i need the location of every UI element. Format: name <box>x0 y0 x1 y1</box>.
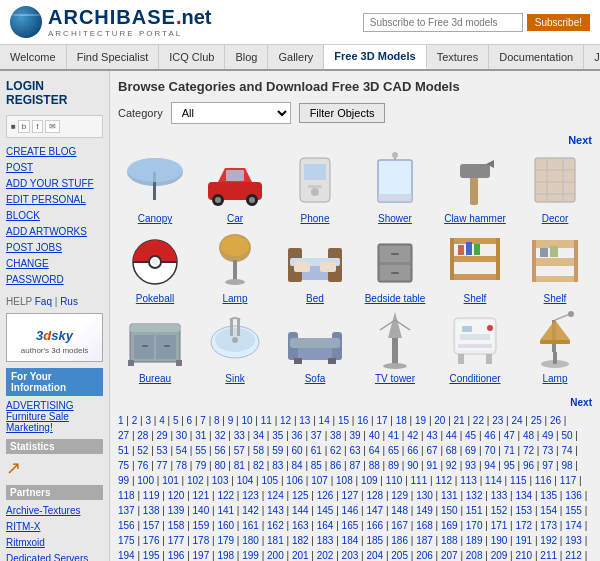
page-link[interactable]: 168 <box>416 520 433 531</box>
nav-welcome[interactable]: Welcome <box>0 45 67 69</box>
page-link[interactable]: 75 <box>118 460 129 471</box>
page-link[interactable]: 58 <box>253 445 264 456</box>
model-item-sofa[interactable]: Sofa <box>278 310 352 384</box>
page-link[interactable]: 3 <box>145 415 151 426</box>
page-link[interactable]: 129 <box>391 490 408 501</box>
model-item-pokeball[interactable]: Pokeball <box>118 230 192 304</box>
page-link[interactable]: 38 <box>330 430 341 441</box>
nav-icq-club[interactable]: ICQ Club <box>159 45 225 69</box>
page-link[interactable]: 181 <box>267 535 284 546</box>
page-link[interactable]: 53 <box>157 445 168 456</box>
page-link[interactable]: 94 <box>484 460 495 471</box>
page-link[interactable]: 54 <box>176 445 187 456</box>
page-link[interactable]: 182 <box>292 535 309 546</box>
page-link[interactable]: 55 <box>195 445 206 456</box>
page-link[interactable]: 208 <box>466 550 483 561</box>
model-item-decor[interactable]: Decor <box>518 150 592 224</box>
page-link[interactable]: 127 <box>342 490 359 501</box>
page-link[interactable]: 100 <box>137 475 154 486</box>
add-your-stuff-link[interactable]: ADD YOUR STUFF <box>6 176 103 192</box>
page-link[interactable]: 91 <box>427 460 438 471</box>
page-link[interactable]: 72 <box>523 445 534 456</box>
page-link[interactable]: 185 <box>366 535 383 546</box>
page-link[interactable]: 199 <box>242 550 259 561</box>
login-link[interactable]: LOGIN <box>6 79 44 93</box>
filter-objects-button[interactable]: Filter Objects <box>299 103 386 123</box>
page-link[interactable]: 205 <box>391 550 408 561</box>
model-item-canopy[interactable]: Canopy <box>118 150 192 224</box>
page-link[interactable]: 118 <box>118 490 135 501</box>
model-item-lamp[interactable]: Lamp <box>198 230 272 304</box>
page-link[interactable]: 209 <box>491 550 508 561</box>
register-link[interactable]: REGISTER <box>6 93 67 107</box>
page-link[interactable]: 138 <box>143 505 160 516</box>
page-link[interactable]: 148 <box>391 505 408 516</box>
page-link[interactable]: 62 <box>330 445 341 456</box>
page-link[interactable]: 22 <box>473 415 484 426</box>
page-link[interactable]: 155 <box>565 505 582 516</box>
page-link[interactable]: 4 <box>159 415 165 426</box>
page-link[interactable]: 32 <box>214 430 225 441</box>
page-link[interactable]: 116 <box>535 475 552 486</box>
page-link[interactable]: 190 <box>491 535 508 546</box>
page-link[interactable]: 156 <box>118 520 135 531</box>
page-link[interactable]: 73 <box>542 445 553 456</box>
create-blog-post-link[interactable]: CREATE BLOG POST <box>6 144 103 176</box>
page-link[interactable]: 9 <box>228 415 234 426</box>
page-link[interactable]: 133 <box>491 490 508 501</box>
page-link[interactable]: 12 <box>280 415 291 426</box>
model-item-sink[interactable]: Sink <box>198 310 272 384</box>
page-link[interactable]: 92 <box>446 460 457 471</box>
page-link[interactable]: 87 <box>349 460 360 471</box>
page-link[interactable]: 84 <box>292 460 303 471</box>
page-link[interactable]: 8 <box>214 415 220 426</box>
page-link[interactable]: 114 <box>485 475 502 486</box>
furniture-link[interactable]: Furniture Sale Marketing! <box>6 411 103 433</box>
page-link[interactable]: 188 <box>441 535 458 546</box>
page-link[interactable]: 177 <box>168 535 185 546</box>
page-link[interactable]: 157 <box>143 520 160 531</box>
change-password-link[interactable]: CHANGE PASSWORD <box>6 256 103 288</box>
page-link[interactable]: 189 <box>466 535 483 546</box>
page-link[interactable]: 197 <box>193 550 210 561</box>
page-link[interactable]: 203 <box>342 550 359 561</box>
page-link[interactable]: 142 <box>242 505 259 516</box>
category-select[interactable]: All <box>171 102 291 124</box>
page-link[interactable]: 191 <box>516 535 533 546</box>
page-link[interactable]: 10 <box>241 415 252 426</box>
page-link[interactable]: 97 <box>542 460 553 471</box>
page-link[interactable]: 187 <box>416 535 433 546</box>
page-link[interactable]: 158 <box>168 520 185 531</box>
page-link[interactable]: 11 <box>261 415 272 426</box>
page-link[interactable]: 30 <box>176 430 187 441</box>
next-link-top[interactable]: Next <box>568 134 592 146</box>
page-link[interactable]: 196 <box>168 550 185 561</box>
page-link[interactable]: 36 <box>292 430 303 441</box>
share-tw-btn[interactable]: ✉ <box>45 120 60 133</box>
page-link[interactable]: 210 <box>516 550 533 561</box>
page-link[interactable]: 180 <box>242 535 259 546</box>
page-link[interactable]: 65 <box>388 445 399 456</box>
page-link[interactable]: 7 <box>200 415 206 426</box>
page-link[interactable]: 61 <box>311 445 322 456</box>
page-link[interactable]: 184 <box>342 535 359 546</box>
page-link[interactable]: 2 <box>132 415 138 426</box>
page-link[interactable]: 42 <box>407 430 418 441</box>
page-link[interactable]: 140 <box>193 505 210 516</box>
page-link[interactable]: 31 <box>195 430 206 441</box>
nav-textures[interactable]: Textures <box>427 45 490 69</box>
page-link[interactable]: 162 <box>267 520 284 531</box>
page-link[interactable]: 63 <box>349 445 360 456</box>
page-link[interactable]: 14 <box>319 415 330 426</box>
page-link[interactable]: 146 <box>342 505 359 516</box>
page-link[interactable]: 33 <box>234 430 245 441</box>
partner-ritmxoid[interactable]: Ritmxoid <box>6 535 103 551</box>
page-link[interactable]: 200 <box>267 550 284 561</box>
page-link[interactable]: 167 <box>391 520 408 531</box>
nav-blog[interactable]: Blog <box>225 45 268 69</box>
page-link[interactable]: 212 <box>565 550 582 561</box>
page-link[interactable]: 60 <box>292 445 303 456</box>
page-link[interactable]: 34 <box>253 430 264 441</box>
page-link[interactable]: 192 <box>540 535 557 546</box>
page-link[interactable]: 179 <box>217 535 234 546</box>
